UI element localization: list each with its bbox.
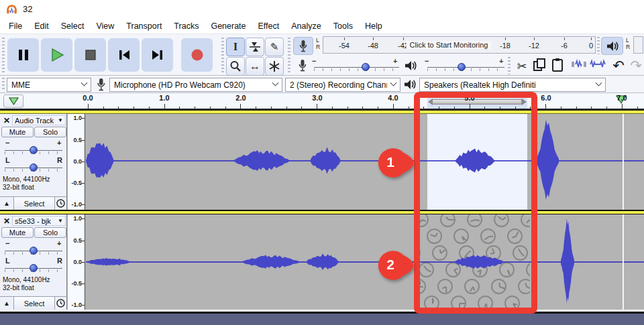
copy-button[interactable]	[532, 58, 549, 75]
track-1-vertical-scale[interactable]: 1.00.50.0-0.5-1.0	[68, 114, 85, 210]
play-meter-grip[interactable]	[597, 37, 600, 54]
pause-button[interactable]	[7, 38, 39, 72]
multi-tool-button[interactable]	[265, 57, 284, 76]
pinned-play-head-button[interactable]	[3, 94, 23, 108]
play-button[interactable]	[41, 38, 72, 72]
record-volume-slider[interactable]	[314, 67, 399, 68]
track-2-solo-button[interactable]: Solo	[34, 227, 66, 238]
zoom-tool-button[interactable]	[226, 57, 245, 76]
menu-tracks[interactable]: Tracks	[168, 19, 205, 33]
clock-pattern-icon	[513, 245, 528, 261]
track-2-vertical-scale[interactable]: 1.00.50.0-0.5-1.0	[68, 214, 85, 310]
clock-icon	[56, 199, 65, 208]
menu-file[interactable]: File	[3, 19, 28, 33]
play-meter[interactable]	[633, 36, 643, 54]
trim-audio-button[interactable]	[571, 58, 588, 75]
timeline-tick	[454, 107, 455, 109]
selection-tool-icon: I	[233, 40, 238, 54]
playback-device-select[interactable]: Speakers (Realtek High Definiti	[419, 78, 606, 92]
track-1-title-menu[interactable]: Audio Track▼	[12, 115, 66, 125]
scale-tick	[82, 305, 85, 306]
quick-play-bar[interactable]	[432, 99, 522, 105]
track-1-clock-button[interactable]	[55, 197, 66, 210]
undo-button[interactable]: ↶	[609, 56, 628, 74]
clock-pattern-icon	[437, 279, 453, 294]
audio-host-select[interactable]: MME	[7, 78, 91, 92]
track-2-control-panel: ✕ s5e33 - bjk▼ Mute Solo − + L R Mono, 4…	[0, 214, 67, 310]
track-2-close-button[interactable]: ✕	[2, 216, 11, 226]
track-1-waveform-selection[interactable]	[427, 114, 527, 210]
menu-generate[interactable]: Generate	[205, 19, 252, 33]
track-1-gain-knob[interactable]	[30, 146, 38, 154]
track-2-select-button[interactable]: Select	[14, 297, 55, 310]
track-1[interactable]: ✕ Audio Track▼ Mute Solo − + L R Mono, 4…	[0, 114, 644, 210]
quick-play-left-arrow-icon[interactable]	[428, 99, 433, 105]
menu-edit[interactable]: Edit	[28, 19, 55, 33]
meter-toolbar-grip[interactable]	[288, 38, 290, 72]
menu-select[interactable]: Select	[55, 19, 91, 33]
timeline-tick	[423, 107, 424, 109]
recording-device-select[interactable]: Microphone (HD Pro Webcam C920)	[109, 78, 282, 92]
track-2[interactable]: ✕ s5e33 - bjk▼ Mute Solo − + L R Mono, 4…	[0, 214, 644, 310]
record-meter-mic-button[interactable]	[293, 37, 313, 55]
track-2-pan-knob[interactable]	[30, 264, 38, 272]
track-2-clock-button[interactable]	[55, 297, 66, 310]
selection-tool-button[interactable]: I	[226, 38, 245, 56]
quick-play-right-arrow-icon[interactable]	[522, 99, 527, 105]
scale-label: -0.5	[71, 280, 82, 287]
track-2-gain-knob[interactable]	[30, 247, 38, 255]
cut-button[interactable]: ✂	[513, 58, 531, 75]
redo-button[interactable]: ↷	[628, 56, 644, 74]
menu-transport[interactable]: Transport	[120, 19, 168, 33]
time-shift-tool-button[interactable]: ↔	[246, 57, 264, 76]
record-meter[interactable]: -54-48-42-18-12-60Click to Start Monitor…	[323, 36, 596, 54]
track-2-collapse-button[interactable]: ▲	[0, 297, 14, 310]
record-button[interactable]	[181, 38, 213, 72]
play-head-triangle-icon	[8, 96, 19, 106]
draw-tool-button[interactable]: ✎	[265, 38, 284, 56]
clock-pattern-icon	[451, 296, 466, 310]
edit-toolbar-grip[interactable]	[508, 57, 511, 74]
track-2-title-menu[interactable]: s5e33 - bjk▼	[12, 216, 66, 226]
device-toolbar-grip[interactable]	[2, 78, 5, 91]
speaker-icon	[606, 40, 619, 52]
envelope-tool-button[interactable]	[246, 38, 264, 56]
menu-effect[interactable]: Effect	[252, 19, 286, 33]
timeline-tick	[286, 107, 287, 109]
menu-analyze[interactable]: Analyze	[285, 19, 327, 33]
timeline-tick	[210, 107, 211, 109]
track-1-collapse-button[interactable]: ▲	[0, 197, 14, 210]
menu-help[interactable]: Help	[359, 19, 388, 33]
play-meter-speaker-button[interactable]	[601, 37, 623, 55]
meter-monitor-text[interactable]: Click to Start Monitoring	[407, 41, 492, 49]
recording-channels-select[interactable]: 2 (Stereo) Recording Chann	[285, 78, 400, 92]
timeline-label: 4.0	[388, 94, 398, 102]
timeline-ruler[interactable]: 0.01.02.03.04.05.06.07.0	[0, 93, 644, 110]
meter-tick	[591, 38, 592, 40]
clock-pattern-icon	[445, 262, 461, 277]
track-1-select-button[interactable]: Select	[14, 197, 55, 210]
skip-to-start-button[interactable]	[108, 38, 140, 72]
track-2-mute-button[interactable]: Mute	[1, 227, 34, 238]
silence-audio-button[interactable]	[590, 58, 607, 75]
tools-toolbar-grip[interactable]	[221, 38, 224, 72]
pan-left-label: L	[5, 156, 10, 164]
playback-volume-knob[interactable]	[458, 63, 466, 71]
menu-tools[interactable]: Tools	[327, 19, 359, 33]
track-1-solo-button[interactable]: Solo	[34, 127, 66, 137]
menu-bar: FileEditSelectViewTransportTracksGenerat…	[0, 18, 644, 34]
track-1-mute-button[interactable]: Mute	[1, 127, 34, 137]
audacity-logo-icon	[5, 3, 18, 15]
gain-plus-label: +	[57, 139, 61, 147]
record-volume-knob[interactable]	[362, 63, 370, 71]
toolbar-grip[interactable]	[2, 38, 5, 72]
menu-view[interactable]: View	[90, 19, 120, 33]
paste-button[interactable]	[551, 58, 568, 75]
skip-to-end-button[interactable]	[142, 38, 173, 72]
stop-button[interactable]	[74, 38, 106, 72]
record-volume-plus-label: +	[393, 57, 397, 65]
trim-audio-icon	[571, 58, 587, 71]
track-1-pan-knob[interactable]	[30, 164, 38, 172]
track-1-close-button[interactable]: ✕	[2, 115, 11, 125]
playback-volume-slider[interactable]	[427, 67, 504, 68]
